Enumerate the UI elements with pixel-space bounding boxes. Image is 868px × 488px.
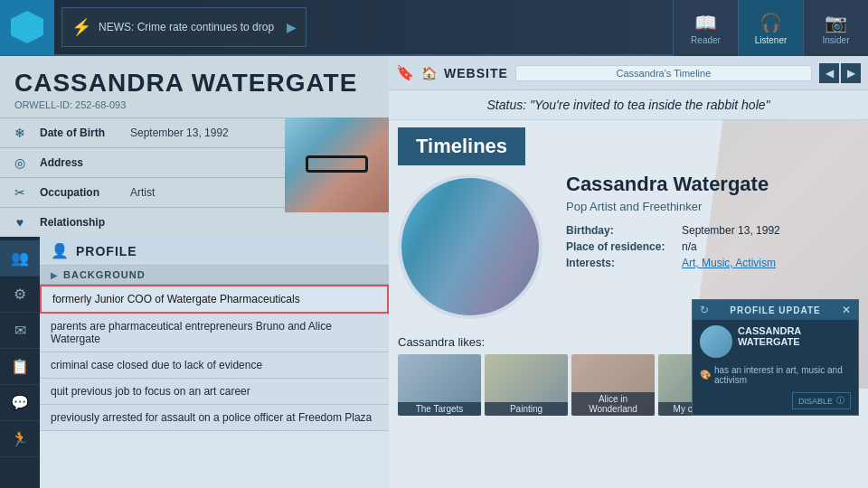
website-content: Status: "You're invited to tea inside th… (389, 90, 868, 488)
top-tabs: 📖 Reader 🎧 Listener 📷 Insider (673, 0, 868, 56)
profile-item-text: formerly Junior COO of Watergate Pharmac… (52, 293, 300, 305)
insider-label: Insider (822, 35, 849, 45)
right-panel: 🔖 🏠 WEBSITE Cassandra's Timeline ◀ ▶ Sta… (389, 56, 868, 488)
profile-item[interactable]: criminal case closed due to lack of evid… (40, 352, 389, 379)
nav-next-button[interactable]: ▶ (841, 63, 861, 83)
profile-icon: 👤 (51, 242, 69, 259)
profile-item-text: previously arrested for assault on a pol… (51, 411, 372, 424)
hex-icon (11, 11, 43, 43)
website-bar: 🔖 🏠 WEBSITE Cassandra's Timeline ◀ ▶ (389, 56, 868, 90)
popup-header-title: PROFILE UPDATE (730, 305, 820, 315)
interests-key: Interests: (566, 257, 675, 269)
left-panel: CASSANDRA WATERGATE ORWELL-ID: 252-68-09… (0, 56, 389, 488)
profile-item[interactable]: formerly Junior COO of Watergate Pharmac… (40, 285, 389, 314)
birthday-value: September 13, 1992 (682, 224, 780, 237)
profile-item[interactable]: quit previous job to focus on an art car… (40, 379, 389, 405)
profile-header: 👤 PROFILE (40, 237, 389, 266)
like-label-painting: Painting (485, 402, 568, 416)
main-layout: CASSANDRA WATERGATE ORWELL-ID: 252-68-09… (0, 56, 868, 488)
detail-row-birthday: Birthday: September 13, 1992 (566, 224, 854, 237)
news-text: NEWS: Crime rate continues to drop (99, 21, 274, 33)
popup-refresh-icon: ↻ (700, 304, 709, 316)
listener-label: Listener (755, 35, 788, 45)
detail-row-interests: Interests: Art, Music, Activism (566, 257, 854, 269)
profile-item[interactable]: previously arrested for assault on a pol… (40, 405, 389, 431)
timelines-row: Timelines (389, 120, 868, 165)
popup-desc-row: 🎨 has an interest in art, music and acti… (693, 363, 858, 389)
profile-avatar (398, 174, 542, 319)
like-card-targets[interactable]: The Targets (398, 354, 481, 416)
photo-glasses (306, 155, 368, 173)
profile-item-text: quit previous job to focus on an art car… (51, 385, 250, 398)
sidebar-icon-people[interactable]: 👥 (0, 240, 40, 277)
disable-icon: ⓘ (836, 395, 844, 407)
occupation-label: Occupation (40, 186, 121, 199)
sidebar-icon-chat[interactable]: 💬 (0, 385, 40, 421)
detail-row-residence: Place of residence: n/a (566, 240, 854, 253)
dob-label: Date of Birth (40, 127, 121, 139)
status-bar: Status: "You're invited to tea inside th… (389, 90, 868, 120)
profile-item[interactable]: parents are pharmaceutical entrepreneurs… (40, 314, 389, 352)
bg-triangle-icon: ▶ (51, 270, 58, 280)
dob-value: September 13, 1992 (130, 127, 229, 139)
popup-desc-icon: 🎨 (700, 370, 711, 380)
popup-header: ↻ PROFILE UPDATE ✕ (693, 300, 858, 320)
subject-header: CASSANDRA WATERGATE ORWELL-ID: 252-68-09… (0, 56, 389, 117)
news-arrow-icon: ▶ (287, 20, 297, 34)
tab-insider[interactable]: 📷 Insider (803, 0, 868, 56)
profile-title: PROFILE (76, 244, 137, 258)
subject-photo (285, 117, 389, 212)
profile-details: Birthday: September 13, 1992 Place of re… (566, 224, 854, 269)
bookmark-icon: 🔖 (396, 64, 414, 81)
reader-label: Reader (691, 35, 721, 45)
home-icon: 🏠 (421, 66, 437, 80)
relationship-icon: ♥ (9, 211, 31, 233)
avatar-image (401, 178, 539, 315)
news-bar[interactable]: ⚡ NEWS: Crime rate continues to drop ▶ (61, 7, 307, 47)
sidebar-icon-docs[interactable]: 📋 (0, 349, 40, 385)
sidebar-icon-mail[interactable]: ✉ (0, 313, 40, 349)
background-label: ▶ BACKGROUND (40, 266, 389, 285)
listener-icon: 🎧 (760, 12, 782, 33)
residence-value: n/a (682, 240, 697, 253)
interests-value[interactable]: Art, Music, Activism (682, 257, 776, 269)
address-icon: ◎ (9, 152, 31, 174)
nav-prev-button[interactable]: ◀ (819, 63, 839, 83)
website-title: WEBSITE (444, 66, 508, 80)
nav-arrows: ◀ ▶ (819, 63, 861, 83)
profile-name: Cassandra Watergate (566, 173, 854, 196)
subject-name: CASSANDRA WATERGATE (14, 69, 374, 98)
reader-icon: 📖 (694, 12, 717, 33)
like-card-alice[interactable]: Alice in Wonderland (571, 354, 655, 416)
tab-listener[interactable]: 🎧 Listener (738, 0, 803, 56)
popup-desc: has an interest in art, music and activi… (714, 365, 851, 385)
profile-item-text: criminal case closed due to lack of evid… (51, 359, 262, 371)
sidebar-icon-activity[interactable]: 🏃 (0, 421, 40, 457)
occupation-icon: ✂ (9, 182, 31, 203)
sidebar-icons: 👥 ⚙ ✉ 📋 💬 🏃 (0, 237, 40, 488)
insider-icon: 📷 (825, 12, 847, 33)
profile-subtitle: Pop Artist and Freethinker (566, 200, 854, 213)
info-grid: ❄ Date of Birth September 13, 1992 ◎ Add… (0, 117, 389, 237)
news-icon: ⚡ (71, 17, 91, 37)
subject-id: ORWELL-ID: 252-68-093 (14, 99, 374, 110)
address-label: Address (40, 156, 121, 169)
dob-icon: ❄ (9, 122, 31, 144)
popup-name: CASSANDRAWATERGATE (738, 325, 851, 347)
popup-text-block: CASSANDRAWATERGATE (738, 325, 851, 347)
website-url[interactable]: Cassandra's Timeline (515, 65, 812, 81)
popup-disable-button[interactable]: DISABLE ⓘ (792, 392, 851, 409)
tab-reader[interactable]: 📖 Reader (673, 0, 738, 56)
left-bottom: 👥 ⚙ ✉ 📋 💬 🏃 👤 PROFILE ▶ BACKGROUND (0, 237, 389, 488)
profile-area: 👤 PROFILE ▶ BACKGROUND formerly Junior C… (40, 237, 389, 488)
like-card-painting[interactable]: Painting (485, 354, 568, 416)
sidebar-icon-settings[interactable]: ⚙ (0, 277, 40, 313)
timelines-banner: Timelines (398, 127, 525, 165)
popup-close-button[interactable]: ✕ (842, 304, 851, 316)
popup-body: CASSANDRAWATERGATE (693, 320, 858, 363)
app-logo (0, 0, 54, 55)
residence-key: Place of residence: (566, 240, 675, 253)
profile-item-text: parents are pharmaceutical entrepreneurs… (51, 320, 332, 345)
disable-label: DISABLE (798, 397, 833, 406)
profile-items: formerly Junior COO of Watergate Pharmac… (40, 285, 389, 488)
